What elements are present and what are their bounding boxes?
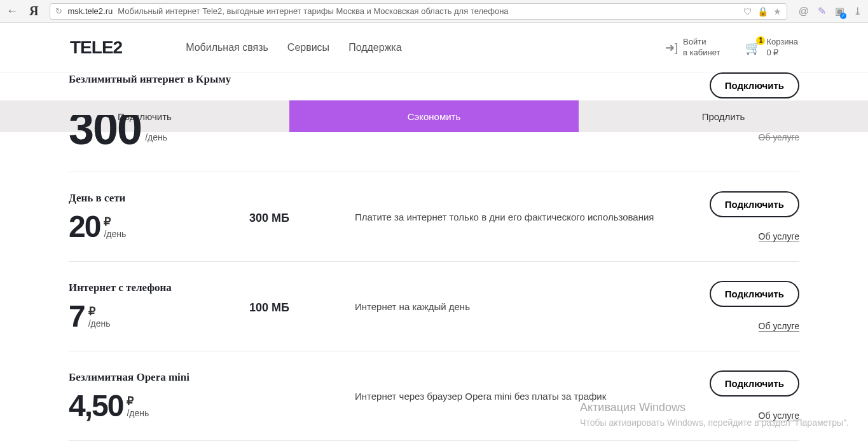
tariff-price: 300 xyxy=(69,115,141,146)
tariff-description: Интернет через браузер Opera mini без пл… xyxy=(355,370,710,421)
tariff-description: Платите за интернет только в дни его фак… xyxy=(355,191,710,242)
tariff-price: 7 xyxy=(69,301,85,332)
about-link[interactable]: Об услуге xyxy=(759,410,799,421)
ruble-icon: ₽ xyxy=(127,395,149,409)
tab-extend[interactable]: Продлить xyxy=(579,100,868,132)
tariff-title[interactable]: День в сети xyxy=(69,191,249,205)
tariff-title[interactable]: Интернет с телефона xyxy=(69,281,249,295)
url-domain: msk.tele2.ru xyxy=(67,6,113,16)
nav-mobile[interactable]: Мобильная связь xyxy=(186,42,268,53)
tariff-period: /день xyxy=(127,408,149,419)
tariff-period: /день xyxy=(104,229,126,240)
nav-support[interactable]: Поддержка xyxy=(348,42,401,53)
star-icon[interactable]: ★ xyxy=(773,6,782,17)
tariff-row: Безлимитный интернет в Крыму Подключить xyxy=(69,72,799,100)
feather-icon[interactable]: ✎ xyxy=(818,5,826,17)
browser-toolbar-right: @ ✎ ▣✓ ⤓ xyxy=(799,5,862,17)
tariff-volume: 100 МБ xyxy=(249,281,355,332)
at-icon[interactable]: @ xyxy=(799,6,809,17)
about-link[interactable]: Об услуге xyxy=(759,231,799,242)
cart-badge: 1 xyxy=(756,36,765,45)
tab-save[interactable]: Сэкономить xyxy=(289,100,579,132)
tariff-description: Интернет на каждый день xyxy=(355,281,710,332)
ruble-icon: ₽ xyxy=(104,215,126,229)
tariff-volume xyxy=(249,370,355,421)
tariff-period: /день xyxy=(145,132,167,143)
login-line2: в кабинет xyxy=(683,48,720,58)
url-field[interactable]: ↻ msk.tele2.ru Мобильный интернет Tele2,… xyxy=(50,3,787,20)
connect-button[interactable]: Подключить xyxy=(710,191,799,217)
site-header: TELE2 Мобильная связь Сервисы Поддержка … xyxy=(0,23,868,72)
yandex-icon[interactable]: Я xyxy=(29,4,38,18)
ruble-icon: ₽ xyxy=(88,305,111,319)
tab-connect[interactable]: Подключить xyxy=(0,100,289,132)
tariff-title[interactable]: Безлимитная Opera mini xyxy=(69,370,249,384)
tariff-row: Интернет с телефона 7 ₽ /день 100 МБ Инт… xyxy=(69,262,799,351)
tariff-title[interactable]: Безлимитный интернет в Крыму xyxy=(69,72,249,86)
about-link[interactable]: Об услуге xyxy=(759,132,799,142)
reload-icon[interactable]: ↻ xyxy=(55,6,62,16)
cart-button[interactable]: 🛒 1 Корзина 0 ₽ xyxy=(745,37,798,58)
login-icon: ➜] xyxy=(665,41,678,55)
url-page-title: Мобильный интернет Tele2, выгодные интер… xyxy=(118,6,508,16)
cart-price: 0 ₽ xyxy=(766,48,798,58)
tariff-row: День в сети 20 ₽ /день 300 МБ Платите за… xyxy=(69,172,799,262)
nav-services[interactable]: Сервисы xyxy=(287,42,329,53)
login-button[interactable]: ➜] Войти в кабинет xyxy=(665,37,720,58)
connect-button[interactable]: Подключить xyxy=(710,72,799,98)
tariff-period: /день xyxy=(88,318,111,329)
back-icon[interactable]: ← xyxy=(6,4,18,18)
connect-button[interactable]: Подключить xyxy=(710,370,799,397)
browser-address-bar: ← Я ↻ msk.tele2.ru Мобильный интернет Te… xyxy=(0,0,868,23)
main-nav: Мобильная связь Сервисы Поддержка xyxy=(186,42,401,53)
logo[interactable]: TELE2 xyxy=(70,37,122,58)
tariff-volume: 300 МБ xyxy=(249,191,355,242)
about-link[interactable]: Об услуге xyxy=(759,321,799,332)
cart-label: Корзина xyxy=(766,37,798,48)
tariff-row: Безлимитная Opera mini 4,50 ₽ /день Инте… xyxy=(69,351,799,441)
download-icon[interactable]: ⤓ xyxy=(853,5,862,17)
tariff-price: 4,50 xyxy=(69,391,123,421)
cart-icon: 🛒 1 xyxy=(745,40,761,55)
lock-icon[interactable]: 🔒 xyxy=(757,6,768,17)
extension-icon[interactable]: ▣✓ xyxy=(835,5,844,17)
login-line1: Войти xyxy=(683,37,720,48)
shield-icon[interactable]: 🛡 xyxy=(743,6,752,17)
connect-button[interactable]: Подключить xyxy=(710,281,799,307)
tariff-row: 300 /день Об услуге xyxy=(69,132,799,172)
tariff-price: 20 xyxy=(69,212,100,242)
